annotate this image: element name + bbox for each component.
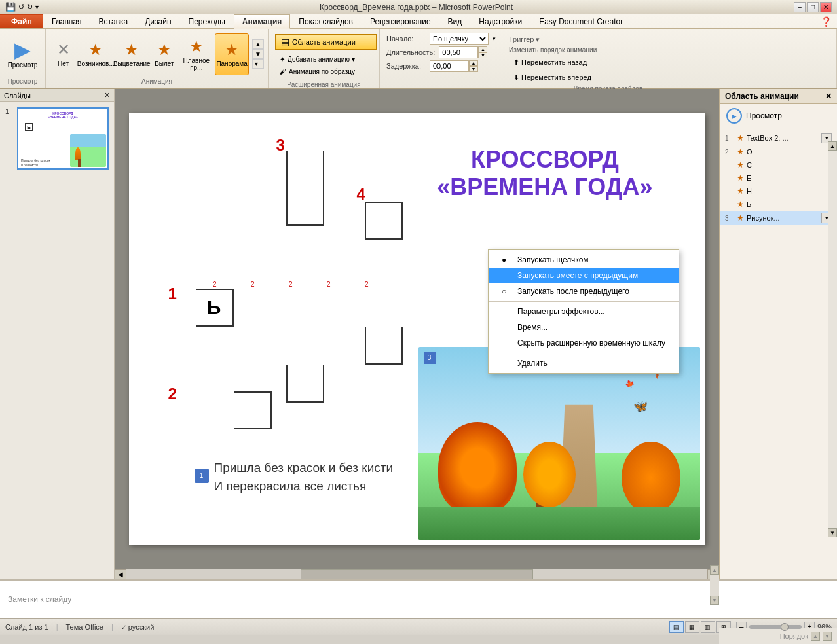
- tab-file[interactable]: Файл: [0, 14, 43, 28]
- delay-down[interactable]: ▼: [469, 66, 478, 72]
- scroll-left-btn[interactable]: ◀: [115, 569, 126, 579]
- h-scrollbar[interactable]: ◀ ▶: [115, 569, 719, 579]
- redo-icon[interactable]: ↻: [27, 3, 33, 11]
- minimize-btn[interactable]: –: [794, 2, 806, 12]
- anim-item-3[interactable]: 3 ★ Рисунок... ▾: [720, 211, 837, 225]
- anim-item-2[interactable]: 2 ★ О: [720, 145, 837, 158]
- view-normal-btn[interactable]: ▤: [669, 621, 684, 633]
- none-label: Нет: [58, 60, 69, 67]
- move-back-btn[interactable]: ⬆ Переместить назад: [509, 56, 591, 69]
- notes-scroll-up[interactable]: ▲: [710, 565, 719, 575]
- ctx-delete[interactable]: Удалить: [489, 355, 679, 371]
- anim-panel-close[interactable]: ✕: [825, 92, 832, 101]
- anim-item-s[interactable]: ★ С: [720, 158, 837, 171]
- ribbon-group-animation: ✕ Нет ★ Возникнов... ★ Выцветание ★ Выле…: [46, 29, 269, 88]
- scroll-thumb[interactable]: [301, 569, 533, 579]
- clue-number-1: 1: [168, 285, 177, 303]
- anim-none-btn[interactable]: ✕ Нет: [50, 33, 77, 75]
- more-btn[interactable]: ▾: [252, 59, 264, 69]
- scroll-down-btn[interactable]: ▼: [252, 49, 264, 59]
- tab-insert[interactable]: Вставка: [90, 14, 137, 28]
- tab-review[interactable]: Рецензирование: [362, 14, 439, 28]
- preview-label: Просмотр: [8, 62, 38, 69]
- tab-addins[interactable]: Надстройки: [470, 14, 530, 28]
- slides-tab[interactable]: Слайды: [4, 92, 31, 99]
- copy-icon: 🖌: [280, 68, 286, 75]
- scroll-up-btn[interactable]: ▲: [252, 39, 264, 49]
- anim-fade-btn[interactable]: ★ Выцветание: [115, 33, 149, 75]
- duration-input[interactable]: [439, 46, 478, 58]
- area-animation-btn[interactable]: ▤ Область анимации: [275, 34, 377, 50]
- anim-panel-bottom: Порядок ▲ ▼: [719, 628, 837, 644]
- view-reading-btn[interactable]: ▥: [701, 621, 715, 633]
- start-label: Начало:: [386, 35, 426, 43]
- add-anim-label: Добавить анимацию ▾: [288, 56, 355, 63]
- ctx-after-prev[interactable]: ○ Запускать после предыдущего: [489, 283, 679, 299]
- duration-up[interactable]: ▲: [478, 46, 487, 52]
- ctx-hide-timeline[interactable]: Скрыть расширенную временную шкалу: [489, 335, 679, 351]
- vscroll-track[interactable]: [828, 151, 837, 528]
- anim-fly-btn[interactable]: ★ Вылет: [151, 33, 177, 75]
- ctx-click[interactable]: ● Запускать щелчком: [489, 252, 679, 268]
- vscroll-down[interactable]: ▼: [828, 528, 837, 537]
- clue-number-3: 3: [276, 136, 285, 154]
- tab-slideshow[interactable]: Показ слайдов: [290, 14, 362, 28]
- tab-view[interactable]: Вид: [439, 14, 471, 28]
- anim-smooth-btn[interactable]: ★ Плавное пр...: [180, 33, 214, 75]
- scroll-track[interactable]: [126, 569, 707, 579]
- notes-vscroll[interactable]: ▲ ▼: [710, 565, 719, 605]
- trigger-btn[interactable]: Триггер ▾: [509, 35, 597, 44]
- move-forward-btn[interactable]: ⬇ Переместить вперед: [509, 71, 596, 84]
- delay-input[interactable]: [430, 60, 469, 72]
- anim-copy-btn[interactable]: 🖌 Анимация по образцу: [275, 66, 360, 77]
- start-select[interactable]: По щелчку: [430, 33, 489, 45]
- vscroll-up[interactable]: ▲: [828, 141, 837, 151]
- delay-up[interactable]: ▲: [469, 60, 478, 66]
- slide-num: 1: [5, 107, 13, 115]
- anim-name-e: Е: [747, 174, 832, 182]
- anim-item-n[interactable]: ★ Н: [720, 185, 837, 198]
- duration-down[interactable]: ▼: [478, 52, 487, 58]
- area-icon: ▤: [281, 37, 289, 47]
- ribbon-group-preview: ▶ Просмотр Просмотр: [0, 29, 46, 88]
- anim-item-soft[interactable]: ★ Ь: [720, 198, 837, 211]
- tab-design[interactable]: Дизайн: [136, 14, 179, 28]
- undo-icon[interactable]: ↺: [18, 3, 24, 11]
- anim-name-o: О: [747, 148, 832, 156]
- anim-item-1[interactable]: 1 ★ TextBox 2: ... ▾: [720, 131, 837, 145]
- slide-thumbnail-1[interactable]: 1 КРОССВОРД«ВРЕМЕНА ГОДА» О С Е Н Ь: [5, 107, 109, 170]
- help-icon[interactable]: ❓: [821, 16, 832, 27]
- anim-vscroll[interactable]: ▲ ▼: [828, 141, 837, 537]
- tab-easydoc[interactable]: Easy Document Creator: [530, 14, 631, 28]
- ctx-with-prev[interactable]: Запускать вместе с предыдущим: [489, 268, 679, 283]
- maximize-btn[interactable]: □: [807, 2, 819, 12]
- view-slide-btn[interactable]: ▦: [685, 621, 699, 633]
- tab-animation[interactable]: Анимация: [234, 14, 290, 29]
- close-btn[interactable]: ✕: [820, 2, 832, 12]
- ctx-effect-params[interactable]: Параметры эффектов...: [489, 304, 679, 319]
- anim-item-e[interactable]: ★ Е: [720, 171, 837, 185]
- notes-scroll-down[interactable]: ▼: [710, 596, 719, 605]
- ctx-after-prev-icon: ○: [502, 287, 512, 296]
- effect-params-btn[interactable]: ✦ Добавить анимацию ▾: [275, 54, 360, 65]
- zoom-slider[interactable]: [749, 625, 802, 629]
- anim-appear-btn[interactable]: ★ Возникнов...: [79, 33, 113, 75]
- order-up-btn[interactable]: ▲: [811, 632, 820, 641]
- preview-icon: ▶: [14, 39, 31, 60]
- duration-input-group: ▲ ▼: [439, 46, 487, 58]
- anim-panel-title: Область анимации ✕: [720, 89, 837, 104]
- slide-thumb[interactable]: КРОССВОРД«ВРЕМЕНА ГОДА» О С Е Н Ь Пр: [17, 107, 109, 170]
- anim-icon-e: ★: [737, 173, 744, 183]
- close-panel-btn[interactable]: ✕: [104, 91, 110, 99]
- preview-button[interactable]: ▶ Просмотр: [4, 33, 41, 75]
- order-down-btn[interactable]: ▼: [823, 632, 832, 641]
- anim-play-button[interactable]: ▶ Просмотр: [720, 104, 837, 128]
- tab-transitions[interactable]: Переходы: [180, 14, 234, 28]
- sep-1: |: [56, 623, 58, 631]
- anim-panorama-btn[interactable]: ★ Панорама: [215, 33, 249, 75]
- save-icon[interactable]: 💾: [5, 2, 16, 12]
- tab-home[interactable]: Главная: [43, 14, 90, 28]
- ctx-time[interactable]: Время...: [489, 319, 679, 335]
- cell-2-4: [234, 391, 272, 429]
- notes-area[interactable]: Заметки к слайду ▲ ▼ Порядок ▲ ▼: [0, 579, 837, 618]
